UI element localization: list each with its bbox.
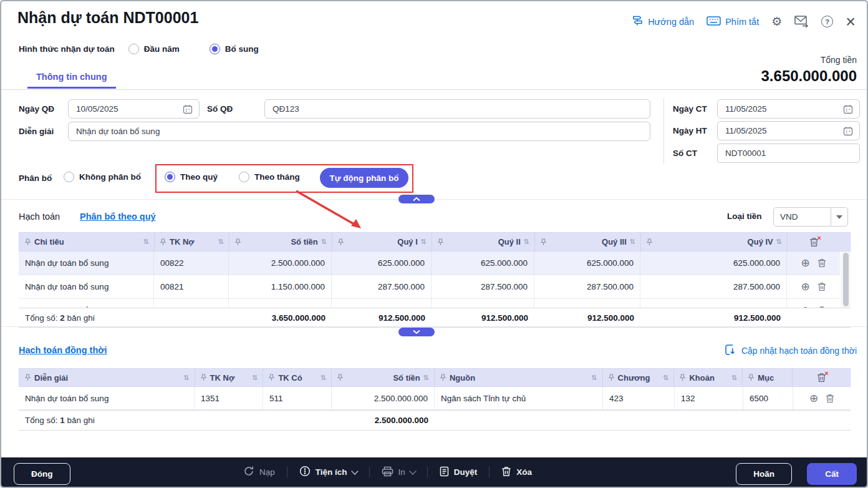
table-row-clipped[interactable]: Nhận dự toán bổ sung 00823 ⊕	[19, 299, 840, 308]
collapse-down-button[interactable]	[398, 328, 435, 336]
phan-bo-theo-quy-link[interactable]: Phân bổ theo quý	[80, 212, 156, 222]
ngay-ct-field[interactable]	[717, 99, 860, 119]
pin-icon[interactable]	[440, 374, 446, 381]
pin-icon[interactable]	[24, 238, 31, 246]
hach-toan-dong-thoi-link[interactable]: Hạch toán đồng thời	[19, 345, 107, 355]
so-qd-input[interactable]	[271, 104, 644, 114]
utilities-button[interactable]: Tiện ích	[299, 466, 357, 479]
pin-icon[interactable]	[608, 374, 615, 381]
table-row[interactable]: Nhận dự toán bổ sung 1351 511 2.500.000.…	[19, 387, 851, 410]
add-row-icon[interactable]: ⊕	[801, 258, 809, 268]
pin-icon[interactable]	[200, 374, 207, 381]
col-khoan[interactable]: Khoản⇅	[674, 369, 743, 386]
pin-icon[interactable]	[437, 238, 444, 246]
collapse-up-button[interactable]	[398, 195, 435, 203]
radio-khong-phan-bo[interactable]: Không phân bổ	[64, 172, 141, 182]
sort-icon[interactable]: ⇅	[421, 238, 427, 246]
calendar-icon[interactable]	[843, 104, 853, 114]
col-so-tien[interactable]: Số tiền⇅	[229, 233, 332, 251]
col-quy-4[interactable]: Quý IV⇅	[641, 233, 788, 251]
delete-all-icon[interactable]: ×	[817, 373, 826, 383]
col-so-tien[interactable]: Số tiền⇅	[332, 369, 435, 386]
delete-all-icon[interactable]: ×	[809, 237, 819, 247]
sort-icon[interactable]: ⇅	[321, 374, 326, 382]
table-row[interactable]: Nhận dự toán bổ sung 00822 2.500.000.000…	[19, 251, 840, 275]
mail-send-icon[interactable]	[794, 16, 809, 27]
ngay-ct-input[interactable]	[724, 104, 843, 114]
radio-theo-thang[interactable]: Theo tháng	[239, 172, 300, 182]
sort-icon[interactable]: ⇅	[776, 238, 782, 246]
sort-icon[interactable]: ⇅	[218, 238, 224, 246]
sort-icon[interactable]: ⇅	[663, 374, 668, 382]
close-icon[interactable]: ×	[846, 16, 856, 28]
col-quy-2[interactable]: Quý II⇅	[432, 233, 535, 251]
pin-icon[interactable]	[540, 238, 547, 246]
pin-icon[interactable]	[234, 238, 241, 246]
dien-giai-input[interactable]	[75, 126, 644, 137]
pin-icon[interactable]	[679, 374, 686, 381]
approve-button[interactable]: Duyệt	[440, 466, 478, 479]
add-row-icon[interactable]: ⊕	[809, 393, 818, 404]
radio-bo-sung[interactable]: Bổ sung	[210, 44, 259, 54]
delete-button[interactable]: Xóa	[501, 466, 532, 479]
update-simultaneous-link[interactable]: Cập nhật hạch toán đồng thời	[725, 344, 857, 357]
ngay-ht-field[interactable]	[717, 121, 860, 140]
so-qd-field[interactable]	[264, 99, 650, 119]
sort-icon[interactable]: ⇅	[630, 238, 635, 246]
pin-icon[interactable]	[337, 374, 344, 381]
table-row[interactable]: Nhận dự toán bổ sung 00821 1.150.000.000…	[19, 275, 840, 299]
col-chuong[interactable]: Chương⇅	[603, 369, 675, 386]
add-row-icon[interactable]: ⊕	[801, 281, 809, 292]
col-quy-3[interactable]: Quý III⇅	[535, 233, 641, 251]
dien-giai-field[interactable]	[68, 122, 650, 141]
sort-icon[interactable]: ⇅	[423, 374, 429, 382]
so-ct-field[interactable]	[717, 144, 860, 163]
calendar-icon[interactable]	[183, 104, 193, 114]
col-quy-1[interactable]: Quý I⇅	[332, 233, 432, 251]
sort-icon[interactable]: ⇅	[591, 374, 597, 382]
col-tk-no[interactable]: TK Nợ⇅	[155, 233, 229, 251]
pin-icon[interactable]	[268, 374, 275, 381]
pin-icon[interactable]	[160, 238, 166, 246]
auto-allocate-button[interactable]: Tự động phân bổ	[320, 168, 408, 188]
pin-icon[interactable]	[337, 238, 344, 246]
sort-icon[interactable]: ⇅	[252, 374, 258, 382]
scrollbar-thumb[interactable]	[843, 253, 849, 306]
currency-select[interactable]: VND	[773, 207, 848, 227]
postpone-button[interactable]: Hoãn	[736, 463, 792, 485]
sort-icon[interactable]: ⇅	[321, 238, 327, 246]
shortcut-link[interactable]: Phím tắt	[706, 16, 759, 27]
pin-icon[interactable]	[748, 374, 755, 381]
col-tk-no[interactable]: TK Nợ⇅	[195, 369, 264, 386]
col-muc[interactable]: Mục	[743, 369, 793, 386]
radio-theo-quy[interactable]: Theo quý	[165, 172, 218, 182]
col-tk-co[interactable]: TK Có⇅	[263, 369, 332, 386]
pin-icon[interactable]	[646, 238, 653, 246]
sort-icon[interactable]: ⇅	[524, 238, 529, 246]
print-button[interactable]: In	[382, 466, 415, 479]
ngay-ht-input[interactable]	[724, 125, 843, 136]
reload-button[interactable]: Nạp	[243, 466, 275, 479]
close-button[interactable]: Đóng	[14, 463, 70, 485]
delete-row-icon[interactable]	[817, 306, 826, 308]
ngay-qd-input[interactable]	[75, 104, 183, 114]
calendar-icon[interactable]	[843, 126, 853, 136]
ngay-qd-field[interactable]	[68, 99, 200, 119]
sort-icon[interactable]: ⇅	[731, 374, 737, 382]
so-ct-input[interactable]	[724, 148, 853, 159]
delete-row-icon[interactable]	[817, 258, 826, 268]
tab-thong-tin-chung[interactable]: Thông tin chung	[27, 72, 116, 89]
delete-row-icon[interactable]	[817, 282, 826, 291]
add-row-icon[interactable]: ⊕	[801, 305, 809, 308]
col-dien-giai[interactable]: Diễn giải⇅	[19, 369, 195, 386]
pin-icon[interactable]	[24, 374, 31, 381]
gear-icon[interactable]: ⚙	[771, 16, 782, 27]
help-icon[interactable]: ?	[821, 16, 833, 27]
delete-row-icon[interactable]	[826, 394, 834, 403]
sort-icon[interactable]: ⇅	[143, 238, 149, 246]
radio-dau-nam[interactable]: Đầu năm	[128, 44, 180, 54]
save-button[interactable]: Cất	[807, 463, 857, 485]
sort-icon[interactable]: ⇅	[183, 374, 189, 382]
col-nguon[interactable]: Nguồn⇅	[435, 369, 603, 386]
guide-link[interactable]: Hướng dẫn	[632, 15, 694, 28]
